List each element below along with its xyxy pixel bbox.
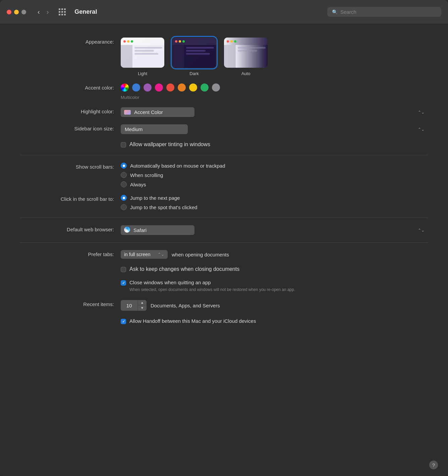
tabs-row: in full screen always manually when open… (121, 250, 428, 259)
close-windows-text: Close windows when quitting an app (129, 280, 295, 285)
appearance-control: Light (121, 38, 428, 76)
sidebar-icon-size-row: Sidebar icon size: Medium Small Large (20, 124, 428, 134)
stepper-buttons: ▲ ▼ (137, 300, 147, 311)
maximize-button[interactable] (21, 10, 26, 14)
grid-dot (59, 14, 60, 15)
color-dot-pink[interactable] (155, 83, 163, 92)
stepper-decrement-button[interactable]: ▼ (138, 305, 147, 311)
radio-spot-clicked[interactable] (121, 204, 127, 210)
radio-row-next-page: Jump to the next page (121, 195, 428, 201)
thumb-body-dark (172, 45, 216, 68)
accent-color-label: Accent color: (20, 83, 121, 91)
search-input[interactable] (340, 9, 437, 15)
color-dot-orange[interactable] (178, 83, 186, 92)
close-windows-row: Close windows when quitting an app When … (20, 280, 428, 293)
close-windows-text-group: Close windows when quitting an app When … (129, 280, 295, 293)
click-scroll-bar-label: Click in the scroll bar to: (20, 195, 121, 202)
color-dot-multicolor[interactable] (121, 83, 129, 92)
default-browser-select[interactable]: Safari (121, 225, 194, 235)
sidebar-icon-select-wrapper: Medium Small Large (121, 124, 428, 134)
sidebar-icon-size-label: Sidebar icon size: (20, 124, 121, 131)
thumb-main-light (132, 45, 164, 68)
bottom-bar: ? (0, 457, 448, 476)
highlight-color-select[interactable]: Accent Color (121, 107, 194, 117)
radio-auto-scroll[interactable] (121, 163, 127, 169)
thumb-sidebar-light (121, 45, 132, 68)
close-windows-checkbox-row: Close windows when quitting an app When … (121, 280, 428, 293)
handoff-checkbox[interactable] (121, 319, 126, 324)
click-scroll-bar-control: Jump to the next page Jump to the spot t… (121, 195, 428, 210)
wallpaper-tinting-checkbox[interactable] (121, 142, 126, 147)
accent-colors: Multicolor (121, 83, 428, 100)
highlight-color-control: Accent Color (121, 107, 428, 117)
thumb-dot-green (234, 40, 236, 43)
color-dot-blue[interactable] (132, 83, 140, 92)
radio-always[interactable] (121, 181, 127, 187)
thumb-line-dark (186, 47, 214, 49)
wallpaper-tinting-empty-label (20, 141, 121, 143)
sidebar-icon-size-select[interactable]: Medium Small Large (121, 124, 188, 134)
color-dot-purple[interactable] (144, 83, 152, 92)
grid-dot (59, 8, 60, 10)
appearance-option-light-label: Light (138, 71, 147, 76)
color-dot-yellow[interactable] (189, 83, 197, 92)
ask-keep-changes-empty-label (20, 266, 121, 267)
radio-next-page[interactable] (121, 195, 127, 201)
color-dot-graphite[interactable] (212, 83, 220, 92)
prefer-tabs-row: Prefer tabs: in full screen always manua… (20, 250, 428, 259)
radio-row-auto-scroll: Automatically based on mouse or trackpad (121, 163, 428, 169)
thumb-line (134, 50, 154, 52)
thumb-sidebar-dark (172, 45, 184, 68)
color-dot-green[interactable] (201, 83, 209, 92)
window-title: General (74, 8, 97, 15)
appearance-option-dark[interactable]: Dark (172, 38, 216, 76)
thumb-line (238, 47, 266, 49)
appearance-label: Appearance: (20, 38, 121, 45)
thumb-line-dark (186, 50, 206, 52)
prefer-tabs-label: Prefer tabs: (20, 250, 121, 257)
back-button[interactable]: ‹ (36, 7, 42, 17)
grid-dot (64, 8, 66, 10)
tabs-select-wrapper: in full screen always manually (121, 250, 168, 259)
appearance-option-light[interactable]: Light (121, 38, 164, 76)
search-bar: 🔍 (327, 7, 441, 17)
handoff-text: Allow Handoff between this Mac and your … (129, 318, 256, 324)
divider-1 (20, 155, 428, 155)
appearance-row: Appearance: (20, 38, 428, 76)
prefer-tabs-control: in full screen always manually when open… (121, 250, 428, 259)
grid-icon[interactable] (59, 8, 66, 15)
titlebar: ‹ › General 🔍 (0, 0, 448, 24)
show-scroll-bars-control: Automatically based on mouse or trackpad… (121, 163, 428, 187)
close-button[interactable] (7, 10, 11, 14)
stepper: 10 ▲ ▼ (121, 300, 147, 311)
close-windows-subtext: When selected, open documents and window… (129, 287, 295, 293)
radio-auto-scroll-label: Automatically based on mouse or trackpad (130, 163, 225, 169)
thumb-line (134, 47, 162, 49)
thumb-body-light (121, 45, 164, 68)
click-scroll-bar-radio-group: Jump to the next page Jump to the spot t… (121, 195, 428, 210)
appearance-option-auto[interactable]: Auto (224, 38, 268, 76)
recent-items-suffix: Documents, Apps, and Servers (151, 303, 220, 308)
ask-keep-changes-checkbox[interactable] (121, 267, 126, 272)
appearance-thumb-dark (172, 38, 216, 68)
thumb-main-auto (236, 45, 268, 68)
radio-when-scrolling[interactable] (121, 172, 127, 178)
close-windows-checkbox[interactable] (121, 280, 126, 286)
stepper-increment-button[interactable]: ▲ (138, 300, 147, 305)
prefer-tabs-select[interactable]: in full screen always manually (121, 250, 168, 259)
color-dot-red[interactable] (166, 83, 174, 92)
help-button[interactable]: ? (429, 461, 438, 469)
thumb-bar-dark (172, 38, 216, 45)
prefer-tabs-suffix: when opening documents (172, 252, 229, 257)
ask-keep-changes-checkbox-row: Ask to keep changes when closing documen… (121, 266, 428, 272)
default-browser-label: Default web browser: (20, 225, 121, 232)
wallpaper-tinting-row: Allow wallpaper tinting in windows (20, 141, 428, 147)
minimize-button[interactable] (14, 10, 19, 14)
main-content: Appearance: (0, 24, 448, 457)
appearance-option-auto-label: Auto (241, 71, 250, 76)
show-scroll-bars-radio-group: Automatically based on mouse or trackpad… (121, 163, 428, 187)
appearance-option-dark-label: Dark (189, 71, 199, 76)
recent-items-row: Recent items: 10 ▲ ▼ Documents, Apps, an… (20, 300, 428, 311)
forward-button[interactable]: › (45, 7, 51, 17)
thumb-dot-green (182, 40, 185, 43)
